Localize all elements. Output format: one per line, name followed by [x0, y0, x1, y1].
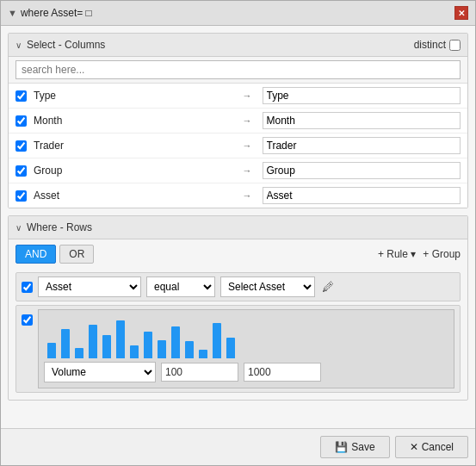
- chart-max-input[interactable]: [244, 363, 321, 382]
- rule-value-select[interactable]: Select Asset: [220, 276, 315, 297]
- save-label: Save: [351, 441, 374, 453]
- col-type-alias: [263, 87, 461, 104]
- chart-bar: [116, 320, 125, 358]
- filter-icon: ▼: [8, 8, 17, 18]
- where-actions: + Rule ▾ + Group: [378, 248, 461, 260]
- search-box: [9, 57, 467, 84]
- where-chevron-icon[interactable]: ∨: [15, 223, 22, 233]
- footer: 💾 Save ✕ Cancel: [1, 428, 475, 465]
- select-columns-header: ∨ Select - Columns distinct: [9, 34, 467, 57]
- col-type-name: Type: [34, 90, 232, 102]
- col-group-checkbox[interactable]: [15, 165, 27, 177]
- arrow-icon: →: [239, 90, 256, 101]
- cancel-label: Cancel: [422, 441, 454, 453]
- close-button[interactable]: ✕: [454, 6, 468, 20]
- cancel-button[interactable]: ✕ Cancel: [395, 436, 468, 458]
- chart-bar: [226, 338, 235, 358]
- rule-checkbox[interactable]: [22, 282, 33, 293]
- col-asset-alias: [263, 187, 461, 204]
- columns-list: Type → Month →: [9, 84, 467, 208]
- table-row: Trader →: [9, 134, 467, 158]
- distinct-checkbox[interactable]: [449, 40, 461, 51]
- col-type-checkbox[interactable]: [15, 90, 27, 102]
- title-bar: ▼ where Asset= □ ✕: [1, 1, 475, 26]
- chart-bar: [158, 340, 166, 359]
- dialog-title: where Asset= □: [21, 7, 92, 19]
- table-row: Type →: [9, 84, 467, 109]
- chart-bar: [102, 335, 111, 358]
- chart-container: Volume: [38, 309, 454, 388]
- bars-area: [44, 315, 448, 358]
- select-columns-title: Select - Columns: [27, 39, 105, 51]
- col-group-alias-input[interactable]: [263, 162, 461, 179]
- table-row: Asset →: [9, 183, 467, 208]
- add-rule-button[interactable]: + Rule ▾: [378, 248, 416, 260]
- col-trader-checkbox[interactable]: [15, 140, 27, 152]
- chart-bar: [199, 350, 207, 358]
- chart-checkbox[interactable]: [22, 314, 33, 326]
- col-asset-name: Asset: [34, 190, 232, 202]
- cancel-icon: ✕: [410, 441, 418, 453]
- arrow-icon: →: [239, 190, 256, 201]
- save-button[interactable]: 💾 Save: [320, 436, 389, 458]
- arrow-icon: →: [239, 140, 256, 151]
- where-rows-section: ∨ Where - Rows AND OR + Rule ▾ + Group A…: [8, 215, 468, 401]
- distinct-label: distinct: [414, 39, 446, 51]
- col-month-name: Month: [34, 115, 232, 127]
- title-bar-left: ▼ where Asset= □: [8, 7, 92, 19]
- dialog: ▼ where Asset= □ ✕ ∨ Select - Columns di…: [0, 0, 476, 466]
- dialog-content: ∨ Select - Columns distinct Type →: [1, 26, 475, 428]
- table-row: Month →: [9, 109, 467, 134]
- table-row: Group →: [9, 158, 467, 183]
- rule-row: Asset equal Select Asset 🖉: [15, 272, 461, 301]
- chart-bar: [89, 325, 97, 358]
- chart-bar: [61, 329, 70, 358]
- col-type-alias-input[interactable]: [263, 87, 461, 104]
- col-group-name: Group: [34, 165, 232, 177]
- distinct-area: distinct: [414, 39, 461, 51]
- where-toolbar: AND OR + Rule ▾ + Group: [9, 239, 467, 269]
- chart-bar: [144, 332, 152, 358]
- chart-bar: [130, 345, 139, 358]
- arrow-icon: →: [239, 115, 256, 126]
- where-content: Asset equal Select Asset 🖉: [9, 269, 467, 400]
- select-chevron-icon[interactable]: ∨: [15, 40, 22, 50]
- rule-operator-select[interactable]: equal: [146, 276, 215, 297]
- where-rows-header: ∨ Where - Rows: [9, 216, 467, 239]
- col-month-checkbox[interactable]: [15, 115, 27, 127]
- chart-bar: [47, 343, 56, 358]
- or-button[interactable]: OR: [59, 245, 94, 264]
- chart-bar: [213, 323, 221, 358]
- col-group-alias: [263, 162, 461, 179]
- select-columns-section: ∨ Select - Columns distinct Type →: [8, 33, 468, 208]
- chart-min-input[interactable]: [161, 363, 238, 382]
- col-trader-name: Trader: [34, 140, 232, 152]
- chart-row: Volume: [15, 305, 461, 393]
- arrow-icon: →: [239, 165, 256, 176]
- where-rows-title: Where - Rows: [27, 221, 92, 233]
- col-trader-alias-input[interactable]: [263, 137, 461, 154]
- add-group-button[interactable]: + Group: [423, 248, 461, 260]
- col-asset-checkbox[interactable]: [15, 190, 27, 202]
- chart-bar: [171, 326, 180, 358]
- rule-field-select[interactable]: Asset: [38, 276, 141, 297]
- col-month-alias-input[interactable]: [263, 112, 461, 129]
- col-asset-alias-input[interactable]: [263, 187, 461, 204]
- chart-bar: [185, 341, 194, 358]
- save-icon: 💾: [335, 441, 348, 453]
- chart-controls: Volume: [44, 362, 448, 382]
- chart-field-select[interactable]: Volume: [44, 362, 156, 382]
- eraser-button[interactable]: 🖉: [320, 280, 336, 294]
- columns-wrapper: Type → Month →: [9, 84, 467, 208]
- chart-bar: [75, 348, 83, 358]
- and-button[interactable]: AND: [15, 245, 56, 264]
- col-trader-alias: [263, 137, 461, 154]
- search-input[interactable]: [15, 60, 461, 79]
- col-month-alias: [263, 112, 461, 129]
